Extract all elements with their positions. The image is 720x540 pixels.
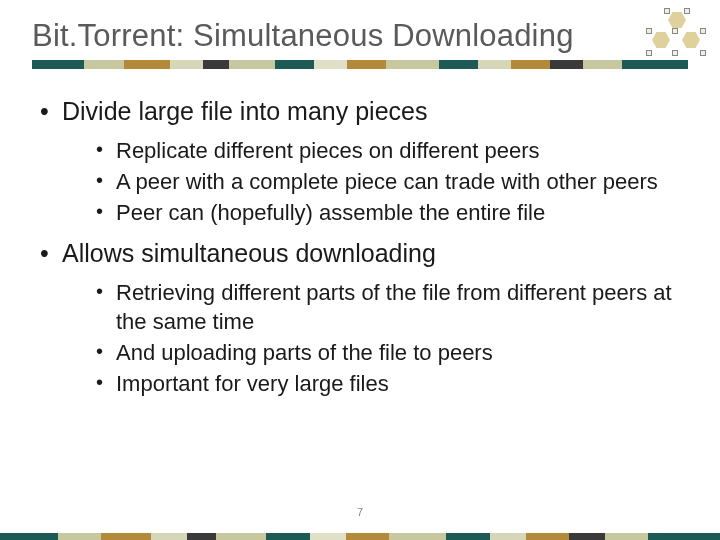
bullet-level2: And uploading parts of the file to peers	[96, 338, 688, 367]
network-diagram-icon	[644, 10, 710, 62]
page-number: 7	[0, 506, 720, 518]
bullet-level1: Allows simultaneous downloading Retrievi…	[38, 239, 688, 398]
bullet-level2: Retrieving different parts of the file f…	[96, 278, 688, 336]
bullet-level2: A peer with a complete piece can trade w…	[96, 167, 688, 196]
bullet-level2: Important for very large files	[96, 369, 688, 398]
sub-bullet-list: Retrieving different parts of the file f…	[62, 278, 688, 398]
sub-bullet-list: Replicate different pieces on different …	[62, 136, 688, 227]
bullet-text: Allows simultaneous downloading	[62, 239, 436, 267]
slide: Bit.Torrent: Simultaneous Downloading Di…	[0, 0, 720, 540]
bullet-level1: Divide large file into many pieces Repli…	[38, 97, 688, 227]
bullet-list: Divide large file into many pieces Repli…	[32, 97, 688, 398]
slide-title: Bit.Torrent: Simultaneous Downloading	[32, 18, 688, 54]
bullet-level2: Replicate different pieces on different …	[96, 136, 688, 165]
title-divider-stripe	[32, 60, 688, 69]
bullet-text: Divide large file into many pieces	[62, 97, 427, 125]
bullet-level2: Peer can (hopefully) assemble the entire…	[96, 198, 688, 227]
footer-stripe	[0, 533, 720, 540]
